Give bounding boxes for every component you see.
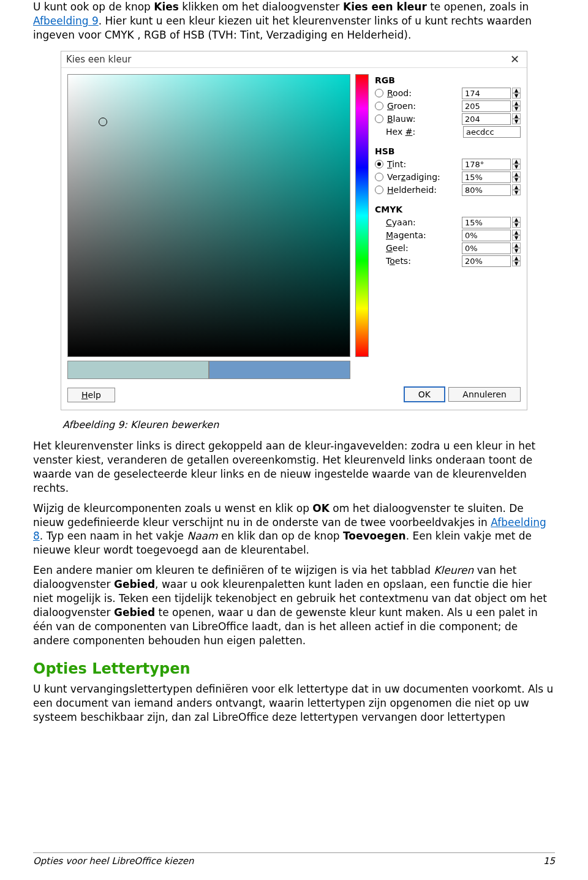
hsb-heading: HSB xyxy=(375,146,521,156)
ok-button[interactable]: OK xyxy=(404,386,445,402)
label-blauw: Blauw: xyxy=(387,114,462,124)
link-afbeelding-9[interactable]: Afbeelding 9 xyxy=(33,15,99,27)
cancel-button[interactable]: Annuleren xyxy=(448,387,521,402)
rgb-heading: RGB xyxy=(375,75,521,85)
spinner-cyaan[interactable]: ▲▼ xyxy=(512,217,521,228)
label-toets: Toets: xyxy=(386,256,462,266)
label-rood: Rood: xyxy=(387,88,462,98)
label-cyaan: Cyaan: xyxy=(386,217,462,227)
label-helderheid: Helderheid: xyxy=(387,185,462,195)
spinner-verz[interactable]: ▲▼ xyxy=(512,171,521,182)
spinner-toets[interactable]: ▲▼ xyxy=(512,255,521,266)
input-tint[interactable]: 178° xyxy=(462,159,511,170)
body-p4: U kunt vervangingslettertypen definiëren… xyxy=(33,682,555,724)
swatch-old-color xyxy=(67,361,209,379)
radio-tint[interactable] xyxy=(375,160,383,168)
swatch-new-color xyxy=(209,361,350,379)
intro-paragraph: U kunt ook op de knop Kies klikken om he… xyxy=(33,0,555,42)
footer-title: Opties voor heel LibreOffice kiezen xyxy=(33,856,194,867)
label-groen: Groen: xyxy=(387,101,462,111)
input-groen[interactable]: 205 xyxy=(462,100,511,112)
input-hex[interactable]: aecdcc xyxy=(463,126,521,138)
input-magenta[interactable]: 0% xyxy=(462,230,511,241)
spinner-geel[interactable]: ▲▼ xyxy=(512,243,521,254)
color-dialog: Kies een kleur ✕ RGB Rood: xyxy=(61,51,527,410)
label-geel: Geel: xyxy=(386,243,462,253)
spinner-mag[interactable]: ▲▼ xyxy=(512,230,521,241)
label-verzadiging: Verzadiging: xyxy=(387,172,462,182)
dialog-title: Kies een kleur xyxy=(66,54,131,65)
page-footer: Opties voor heel LibreOffice kiezen 15 xyxy=(33,852,555,867)
body-p3: Een andere manier om kleuren te definiër… xyxy=(33,563,555,648)
spinner-groen[interactable]: ▲▼ xyxy=(512,100,521,111)
input-geel[interactable]: 0% xyxy=(462,243,511,254)
input-helderheid[interactable]: 80% xyxy=(462,184,511,196)
cmyk-heading: CMYK xyxy=(375,205,521,214)
input-verzadiging[interactable]: 15% xyxy=(462,171,511,183)
color-gradient-picker[interactable] xyxy=(67,74,350,357)
label-hex: Hex #: xyxy=(386,127,463,137)
radio-verzadiging[interactable] xyxy=(375,173,383,181)
input-toets[interactable]: 20% xyxy=(462,255,511,267)
help-button[interactable]: Help xyxy=(67,388,115,402)
input-rood[interactable]: 174 xyxy=(462,88,511,99)
label-magenta: Magenta: xyxy=(386,230,462,240)
radio-helderheid[interactable] xyxy=(375,186,383,194)
hue-slider[interactable] xyxy=(355,74,369,357)
heading-opties-lettertypen: Opties Lettertypen xyxy=(33,660,555,677)
spinner-rood[interactable]: ▲▼ xyxy=(512,88,521,99)
input-cyaan[interactable]: 15% xyxy=(462,217,511,228)
body-p2: Wijzig de kleurcomponenten zoals u wenst… xyxy=(33,502,555,558)
radio-groen[interactable] xyxy=(375,102,383,110)
body-p1: Het kleurenvenster links is direct gekop… xyxy=(33,439,555,495)
spinner-tint[interactable]: ▲▼ xyxy=(512,159,521,170)
spinner-blauw[interactable]: ▲▼ xyxy=(512,113,521,124)
spinner-held[interactable]: ▲▼ xyxy=(512,184,521,195)
figure-caption: Afbeelding 9: Kleuren bewerken xyxy=(62,419,555,431)
page-number: 15 xyxy=(543,856,555,867)
radio-rood[interactable] xyxy=(375,89,383,97)
figure-dialog: Kies een kleur ✕ RGB Rood: xyxy=(33,51,555,431)
dialog-titlebar: Kies een kleur ✕ xyxy=(61,51,527,68)
label-tint: Tint: xyxy=(387,159,462,169)
close-icon[interactable]: ✕ xyxy=(508,54,522,65)
picker-target-icon[interactable] xyxy=(99,118,107,126)
radio-blauw[interactable] xyxy=(375,115,383,123)
input-blauw[interactable]: 204 xyxy=(462,113,511,125)
